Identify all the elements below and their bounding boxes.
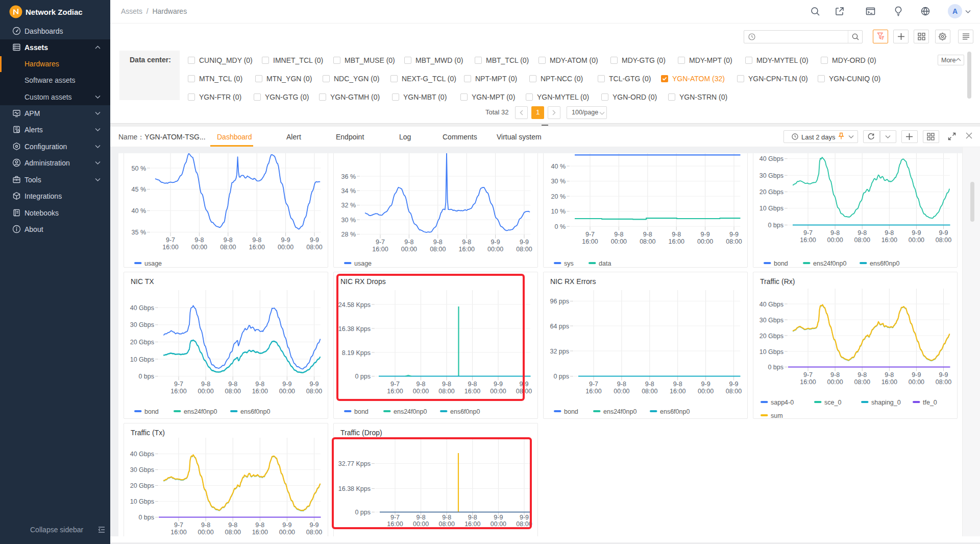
svg-text:0 %: 0 % — [554, 223, 566, 230]
svg-text:16:00: 16:00 — [252, 529, 268, 536]
svg-text:9-7: 9-7 — [803, 229, 813, 236]
svg-text:16:00: 16:00 — [170, 529, 186, 536]
svg-text:08:00: 08:00 — [936, 379, 951, 386]
svg-text:40 Gbps: 40 Gbps — [130, 451, 154, 458]
svg-text:16:00: 16:00 — [170, 388, 186, 395]
svg-text:08:00: 08:00 — [854, 379, 870, 386]
svg-text:10 Gbps: 10 Gbps — [760, 205, 783, 212]
svg-text:08:00: 08:00 — [640, 238, 655, 245]
svg-text:08:00: 08:00 — [516, 246, 532, 253]
svg-text:9-9: 9-9 — [309, 522, 318, 529]
svg-text:30 Gbps: 30 Gbps — [130, 466, 154, 474]
svg-text:9-9: 9-9 — [939, 229, 948, 236]
svg-text:9-8: 9-8 — [404, 239, 413, 246]
svg-text:00:00: 00:00 — [198, 529, 213, 536]
svg-text:28 %: 28 % — [341, 231, 356, 238]
svg-text:10 Gbps: 10 Gbps — [130, 498, 154, 505]
svg-text:sapp4-0: sapp4-0 — [771, 399, 794, 406]
svg-text:10 Gbps: 10 Gbps — [130, 356, 154, 363]
svg-text:0 bps: 0 bps — [138, 373, 154, 380]
svg-text:16:00: 16:00 — [669, 238, 684, 245]
svg-text:20 Gbps: 20 Gbps — [130, 339, 154, 346]
svg-text:9-8: 9-8 — [617, 381, 626, 388]
svg-text:32 pps: 32 pps — [550, 348, 569, 355]
svg-text:9-9: 9-9 — [701, 231, 710, 238]
svg-text:9-8: 9-8 — [224, 236, 233, 244]
svg-text:16:00: 16:00 — [881, 379, 897, 386]
svg-text:00:00: 00:00 — [279, 388, 295, 395]
svg-text:00:00: 00:00 — [401, 246, 417, 253]
svg-text:16:00: 16:00 — [585, 388, 601, 395]
svg-text:20 Gbps: 20 Gbps — [760, 333, 783, 340]
svg-text:08:00: 08:00 — [854, 236, 870, 244]
svg-text:16:00: 16:00 — [800, 236, 816, 244]
svg-text:9-8: 9-8 — [643, 231, 652, 238]
svg-text:08:00: 08:00 — [642, 388, 657, 395]
svg-text:08:00: 08:00 — [220, 244, 236, 251]
svg-text:45 %: 45 % — [132, 186, 146, 193]
svg-text:9-9: 9-9 — [309, 381, 318, 388]
svg-text:16:00: 16:00 — [582, 238, 598, 245]
svg-text:08:00: 08:00 — [430, 246, 446, 253]
svg-text:35 %: 35 % — [132, 229, 146, 236]
svg-text:9-8: 9-8 — [255, 381, 264, 388]
svg-text:9-8: 9-8 — [857, 371, 867, 379]
svg-text:00:00: 00:00 — [279, 529, 295, 536]
svg-text:NIC RX Errors: NIC RX Errors — [550, 277, 596, 286]
svg-text:ens6f0np0: ens6f0np0 — [660, 408, 690, 415]
svg-text:9-7: 9-7 — [166, 236, 175, 244]
svg-text:9-9: 9-9 — [729, 381, 738, 388]
svg-text:9-7: 9-7 — [174, 381, 183, 388]
svg-text:9-8: 9-8 — [462, 239, 471, 246]
svg-text:9-9: 9-9 — [310, 236, 319, 244]
svg-text:9-9: 9-9 — [281, 236, 290, 244]
svg-text:20 Gbps: 20 Gbps — [760, 188, 783, 196]
svg-text:bond: bond — [144, 408, 159, 415]
svg-text:9-9: 9-9 — [939, 371, 948, 379]
svg-text:40 Gbps: 40 Gbps — [760, 301, 783, 308]
svg-text:36 %: 36 % — [341, 173, 356, 180]
svg-text:08:00: 08:00 — [225, 529, 241, 536]
svg-text:30 Gbps: 30 Gbps — [760, 317, 783, 324]
svg-text:00:00: 00:00 — [909, 236, 924, 244]
svg-text:00:00: 00:00 — [278, 244, 293, 251]
svg-text:00:00: 00:00 — [827, 236, 843, 244]
svg-text:10 %: 10 % — [551, 208, 566, 215]
svg-text:9-7: 9-7 — [174, 522, 183, 529]
svg-text:9-8: 9-8 — [830, 371, 840, 379]
svg-text:08:00: 08:00 — [306, 529, 322, 536]
svg-text:32 %: 32 % — [341, 202, 356, 209]
svg-text:9-9: 9-9 — [491, 239, 500, 246]
svg-text:20 Gbps: 20 Gbps — [130, 482, 154, 489]
svg-text:40 %: 40 % — [132, 207, 146, 215]
svg-text:9-8: 9-8 — [194, 236, 204, 244]
svg-text:00:00: 00:00 — [191, 244, 207, 251]
svg-text:9-8: 9-8 — [885, 229, 894, 236]
svg-text:08:00: 08:00 — [726, 388, 742, 395]
svg-text:30 %: 30 % — [341, 217, 356, 224]
svg-text:9-8: 9-8 — [857, 229, 867, 236]
svg-text:50 %: 50 % — [132, 165, 146, 172]
svg-text:ens6f0np0: ens6f0np0 — [450, 408, 480, 415]
svg-text:bond: bond — [774, 260, 788, 267]
svg-text:34 %: 34 % — [341, 187, 356, 195]
svg-text:9-8: 9-8 — [673, 381, 682, 388]
svg-text:9-9: 9-9 — [912, 229, 921, 236]
svg-text:16:00: 16:00 — [459, 246, 475, 253]
svg-text:9-8: 9-8 — [228, 522, 237, 529]
svg-text:16:00: 16:00 — [881, 236, 897, 244]
svg-text:9-8: 9-8 — [885, 371, 894, 379]
svg-text:9-9: 9-9 — [729, 231, 739, 238]
svg-text:9-8: 9-8 — [201, 381, 210, 388]
svg-text:00:00: 00:00 — [827, 379, 843, 386]
svg-text:00:00: 00:00 — [697, 238, 713, 245]
svg-text:08:00: 08:00 — [936, 236, 951, 244]
svg-text:00:00: 00:00 — [198, 388, 213, 395]
svg-text:16:00: 16:00 — [162, 244, 178, 251]
svg-text:0 bps: 0 bps — [138, 514, 154, 521]
svg-text:ens24f0np0: ens24f0np0 — [394, 408, 427, 415]
svg-text:20 %: 20 % — [551, 193, 566, 200]
svg-text:00:00: 00:00 — [611, 238, 627, 245]
svg-text:9-9: 9-9 — [912, 371, 921, 379]
svg-text:9-8: 9-8 — [672, 231, 681, 238]
